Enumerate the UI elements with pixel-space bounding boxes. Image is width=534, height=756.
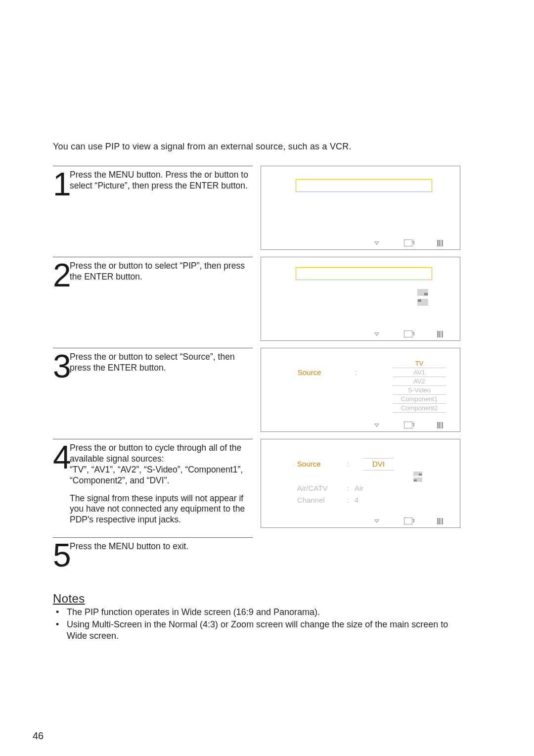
osd-colon: : <box>345 459 352 470</box>
osd-panel-picture <box>261 166 460 250</box>
enter-icon <box>404 331 412 337</box>
enter-icon <box>404 518 412 524</box>
menu-icon <box>437 331 443 337</box>
menu-icon <box>437 422 443 428</box>
osd-value: 4 <box>352 495 442 506</box>
osd-panel-source-selected: Source:DVIAir/CATV:AirChannel:4 <box>261 439 460 528</box>
osd-row <box>297 472 442 482</box>
enter-icon <box>404 239 412 246</box>
osd-label: Air/CATV <box>297 483 345 494</box>
move-down-icon <box>374 241 379 245</box>
step-number: 5 <box>53 541 70 569</box>
move-down-icon <box>374 424 379 427</box>
notes-title: Notes <box>53 592 460 606</box>
enter-icon <box>404 422 412 428</box>
note-item: Using Multi-Screen in the Normal (4:3) o… <box>53 619 460 642</box>
osd-source-option: AV2 <box>393 377 446 386</box>
step-4-line-1: Press the or button to cycle through all… <box>70 443 253 465</box>
osd-highlight-bar <box>296 179 432 192</box>
osd-value: Air <box>352 483 442 494</box>
steps-container: 1 Press the MENU button. Press the or bu… <box>53 166 460 581</box>
notes-section: Notes The PIP function operates in Wide … <box>53 592 460 642</box>
step-row: 3 Press the or button to select “Source”… <box>53 348 460 432</box>
osd-label: Source <box>297 459 345 470</box>
osd-colon: : <box>345 483 352 494</box>
menu-icon <box>437 240 443 246</box>
osd-panel-pip <box>261 257 460 341</box>
osd-footer <box>261 420 460 431</box>
osd-colon: : <box>345 495 352 506</box>
osd-source-option: Component1 <box>393 395 446 404</box>
step-number: 4 <box>53 443 70 471</box>
intro-text: You can use PIP to view a signal from an… <box>53 142 460 152</box>
menu-icon <box>437 518 443 524</box>
osd-source-label: Source <box>298 368 321 377</box>
step-text: Press the MENU button to exit. <box>70 540 253 552</box>
osd-row: Air/CATV:Air <box>297 483 442 494</box>
osd-footer <box>261 237 460 249</box>
osd-source-option: S-Video <box>393 386 446 395</box>
osd-source-option: Component2 <box>393 404 446 413</box>
osd-pip-size-icons <box>413 472 422 482</box>
step-number: 1 <box>53 170 70 198</box>
step-text: Press the MENU button. Press the or butt… <box>70 168 253 191</box>
osd-footer <box>261 516 460 527</box>
note-item: The PIP function operates in Wide screen… <box>53 607 460 618</box>
step-text: Press the or button to select “PIP”, the… <box>70 259 253 283</box>
step-number: 2 <box>53 261 70 289</box>
osd-row: Channel:4 <box>297 495 442 506</box>
osd4-body: Source:DVIAir/CATV:AirChannel:4 <box>297 458 442 507</box>
page-number: 46 <box>33 730 44 756</box>
step-text: Press the or button to select “Source”, … <box>70 350 253 374</box>
step-row: 1 Press the MENU button. Press the or bu… <box>53 166 460 250</box>
move-down-icon <box>374 520 379 523</box>
step-row: 5 Press the MENU button to exit. <box>53 537 460 574</box>
step-4-line-3: The signal from these inputs will not ap… <box>70 493 253 526</box>
osd-footer <box>261 329 460 340</box>
osd-pip-icons <box>417 289 428 306</box>
osd-row: Source:DVI <box>297 458 442 471</box>
step-4-line-2: “TV”, “AV1”, “AV2”, “S-Video”, “Componen… <box>70 465 253 486</box>
notes-list: The PIP function operates in Wide screen… <box>53 607 460 642</box>
step-row: 4 Press the or button to cycle through a… <box>53 439 460 530</box>
osd-value: DVI <box>352 458 442 471</box>
osd-colon: : <box>355 368 357 377</box>
step-number: 3 <box>53 352 70 380</box>
move-down-icon <box>374 332 379 336</box>
osd-source-option: AV1 <box>393 368 446 377</box>
osd-label: Channel <box>297 495 345 506</box>
osd-source-options: TVAV1AV2S-VideoComponent1Component2 <box>393 359 446 413</box>
step-row: 2 Press the or button to select “PIP”, t… <box>53 257 460 341</box>
osd-panel-source-list: Source : TVAV1AV2S-VideoComponent1Compon… <box>261 348 460 432</box>
osd-highlight-bar <box>296 267 432 280</box>
step-text: Press the or button to cycle through all… <box>70 441 253 525</box>
osd-source-option: TV <box>393 359 446 368</box>
